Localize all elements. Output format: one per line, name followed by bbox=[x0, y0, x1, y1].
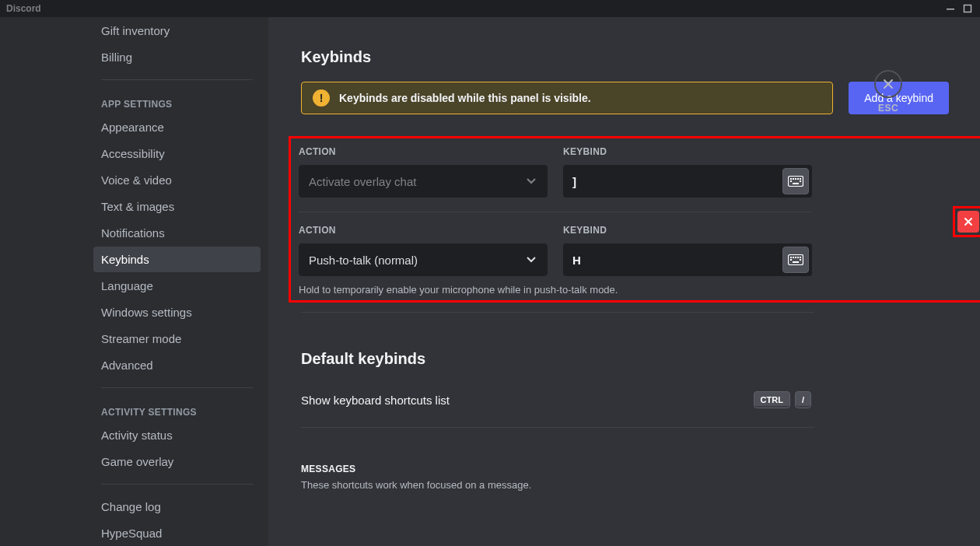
svg-rect-7 bbox=[800, 178, 801, 180]
divider bbox=[101, 484, 253, 485]
record-keybind-icon[interactable] bbox=[782, 247, 809, 273]
svg-rect-18 bbox=[800, 259, 801, 261]
titlebar: Discord bbox=[0, 0, 980, 17]
svg-rect-4 bbox=[793, 178, 794, 180]
chevron-down-icon bbox=[525, 253, 537, 268]
shortcut-row: Show keyboard shortcuts list CTRL / bbox=[301, 391, 811, 408]
close-settings-button[interactable] bbox=[874, 70, 902, 98]
svg-rect-14 bbox=[795, 257, 796, 258]
warning-icon: ! bbox=[313, 89, 330, 107]
sidebar-item-activity-status[interactable]: Activity status bbox=[93, 422, 261, 448]
sidebar-item-gift-inventory[interactable]: Gift inventory bbox=[93, 18, 261, 44]
sidebar-item-voice-video[interactable]: Voice & video bbox=[93, 167, 261, 193]
sidebar-item-change-log[interactable]: Change log bbox=[93, 494, 261, 520]
settings-sidebar: Gift inventory Billing APP SETTINGS Appe… bbox=[93, 17, 268, 546]
svg-rect-6 bbox=[797, 178, 799, 180]
sidebar-heading-app-settings: APP SETTINGS bbox=[93, 99, 261, 110]
svg-rect-5 bbox=[795, 178, 796, 180]
keycap: CTRL bbox=[754, 391, 790, 408]
maximize-icon[interactable] bbox=[963, 4, 972, 13]
action-header: ACTION bbox=[299, 146, 548, 157]
svg-rect-3 bbox=[790, 178, 792, 180]
chevron-down-icon bbox=[525, 174, 537, 189]
app-name: Discord bbox=[6, 3, 41, 14]
divider bbox=[299, 212, 812, 212]
highlight-delete-box bbox=[953, 206, 980, 237]
action-value: Push-to-talk (normal) bbox=[309, 254, 418, 267]
highlight-box: ACTION Activate overlay chat KEYBIND ] bbox=[289, 136, 980, 303]
record-keybind-icon[interactable] bbox=[782, 168, 809, 194]
svg-rect-15 bbox=[797, 257, 799, 258]
svg-rect-12 bbox=[790, 257, 792, 258]
svg-rect-8 bbox=[790, 180, 792, 182]
shortcut-label: Show keyboard shortcuts list bbox=[301, 394, 450, 407]
keybind-field-2[interactable]: H bbox=[563, 243, 812, 276]
sidebar-item-streamer-mode[interactable]: Streamer mode bbox=[93, 326, 261, 352]
svg-rect-13 bbox=[793, 257, 794, 258]
keycap: / bbox=[795, 391, 811, 408]
svg-rect-17 bbox=[790, 259, 792, 261]
messages-heading: MESSAGES bbox=[301, 464, 949, 474]
sidebar-item-windows-settings[interactable]: Windows settings bbox=[93, 299, 261, 325]
sidebar-item-game-overlay[interactable]: Game overlay bbox=[93, 449, 261, 474]
svg-rect-19 bbox=[793, 261, 799, 263]
main-content: ESC Keybinds ! Keybinds are disabled whi… bbox=[268, 17, 980, 546]
action-dropdown-2[interactable]: Push-to-talk (normal) bbox=[299, 243, 548, 276]
messages-subtext: These shortcuts work when focused on a m… bbox=[301, 479, 949, 491]
divider bbox=[101, 79, 253, 80]
keybind-help: Hold to temporarily enable your micropho… bbox=[299, 284, 812, 296]
action-value: Activate overlay chat bbox=[309, 175, 416, 188]
window-controls bbox=[946, 4, 980, 13]
warning-banner: ! Keybinds are disabled while this panel… bbox=[301, 82, 833, 114]
svg-rect-0 bbox=[947, 9, 954, 10]
keybind-value: H bbox=[572, 254, 581, 267]
sidebar-item-appearance[interactable]: Appearance bbox=[93, 114, 261, 140]
sidebar-item-language[interactable]: Language bbox=[93, 273, 261, 299]
sidebar-item-advanced[interactable]: Advanced bbox=[93, 352, 261, 378]
sidebar-item-keybinds[interactable]: Keybinds bbox=[93, 247, 261, 272]
warning-text: Keybinds are disabled while this panel i… bbox=[339, 92, 591, 104]
sidebar-item-notifications[interactable]: Notifications bbox=[93, 220, 261, 246]
divider bbox=[301, 312, 814, 313]
keybind-field-1[interactable]: ] bbox=[563, 165, 812, 198]
sidebar-item-accessibility[interactable]: Accessibility bbox=[93, 141, 261, 166]
divider bbox=[301, 427, 814, 428]
svg-rect-1 bbox=[964, 5, 971, 12]
minimize-icon[interactable] bbox=[946, 4, 955, 13]
delete-keybind-button[interactable] bbox=[957, 211, 979, 233]
action-header: ACTION bbox=[299, 225, 548, 236]
sidebar-item-billing[interactable]: Billing bbox=[93, 44, 261, 70]
keybind-header: KEYBIND bbox=[563, 225, 812, 236]
sidebar-item-text-images[interactable]: Text & images bbox=[93, 194, 261, 219]
svg-rect-10 bbox=[793, 183, 799, 184]
svg-rect-16 bbox=[800, 257, 801, 258]
shortcut-keys: CTRL / bbox=[754, 391, 811, 408]
close-label: ESC bbox=[874, 103, 902, 114]
default-keybinds-title: Default keybinds bbox=[301, 350, 949, 368]
keybind-value: ] bbox=[572, 175, 576, 188]
action-dropdown-1[interactable]: Activate overlay chat bbox=[299, 165, 548, 198]
sidebar-heading-activity: ACTIVITY SETTINGS bbox=[93, 407, 261, 418]
sidebar-item-hypesquad[interactable]: HypeSquad bbox=[93, 520, 261, 546]
keybind-header: KEYBIND bbox=[563, 146, 812, 157]
svg-rect-9 bbox=[800, 180, 801, 182]
divider bbox=[101, 387, 253, 388]
page-title: Keybinds bbox=[301, 48, 949, 66]
